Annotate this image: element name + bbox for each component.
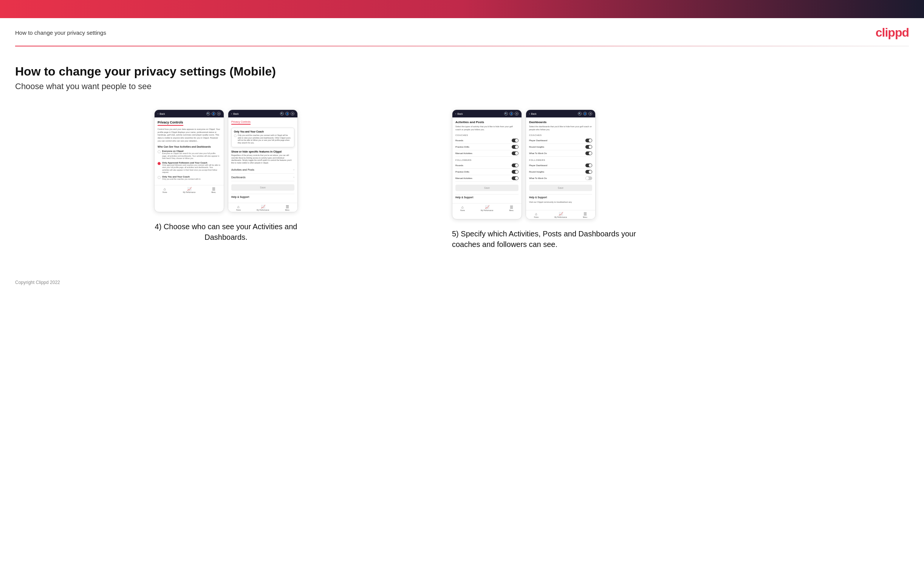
- phone1-bottom-nav: ⌂ Home 📈 My Performance ☰ Menu: [155, 185, 224, 194]
- show-hide-desc: Regardless of the privacy controls that …: [231, 154, 294, 164]
- chart-icon: 📈: [485, 205, 489, 209]
- person-icon[interactable]: 👤: [212, 112, 215, 116]
- followers-what-to-work-row: What To Work On: [529, 175, 592, 182]
- dashboards-link[interactable]: Dashboards ›: [231, 174, 294, 181]
- phone2-tab[interactable]: Privacy Controls: [231, 121, 250, 125]
- person-icon[interactable]: 👤: [583, 112, 587, 116]
- nav-my-performance[interactable]: 📈 My Performance: [554, 212, 567, 218]
- coaches-drills-row: Practice Drills: [456, 144, 519, 150]
- help-support: Help & Support: [529, 194, 592, 200]
- search-icon[interactable]: 🔍: [504, 112, 508, 116]
- phone2-topbar: ‹ Back 🔍 👤 ⚙: [228, 110, 297, 118]
- phones-right-pair: ‹ Back 🔍 👤 ⚙ Activities and Posts Select…: [452, 110, 596, 219]
- phone4-desc: Select the dashboards that you'd like to…: [529, 126, 592, 131]
- phone4-bottom-nav: ⌂ Home 📈 My Performance ☰ Menu: [526, 210, 595, 219]
- radio-only-you[interactable]: [158, 176, 161, 179]
- followers-player-dash-row: Player Dashboard: [529, 162, 592, 169]
- nav-menu[interactable]: ☰ Menu: [212, 187, 216, 193]
- caption-right: 5) Specify which Activities, Posts and D…: [452, 229, 641, 250]
- page-subtitle: Choose what you want people to see: [15, 82, 909, 91]
- chevron-right-icon: ›: [293, 168, 294, 171]
- settings-icon[interactable]: ⚙: [291, 112, 294, 116]
- popup-radio[interactable]: [234, 134, 237, 137]
- coaches-player-dash-row: Player Dashboard: [529, 137, 592, 144]
- header: How to change your privacy settings clip…: [0, 18, 924, 40]
- nav-home[interactable]: ⌂ Home: [460, 205, 465, 211]
- home-icon: ⌂: [462, 205, 464, 209]
- activities-posts-link[interactable]: Activities and Posts ›: [231, 166, 294, 174]
- save-button[interactable]: Save: [456, 185, 519, 191]
- top-bar: [0, 0, 924, 18]
- menu-icon: ☰: [212, 187, 215, 191]
- settings-icon[interactable]: ⚙: [217, 112, 221, 116]
- coaches-manual-row: Manual Activities: [456, 150, 519, 157]
- phone-mockup-1: ‹ Back 🔍 👤 ⚙ Privacy Controls Control ho…: [154, 110, 224, 212]
- nav-home[interactable]: ⌂ Home: [163, 187, 167, 193]
- followers-drills-toggle[interactable]: [512, 170, 519, 174]
- phone2-body: Privacy Controls Only You and Your Coach…: [228, 118, 297, 203]
- logo: clippd: [876, 26, 909, 40]
- search-icon[interactable]: 🔍: [280, 112, 284, 116]
- settings-icon[interactable]: ⚙: [515, 112, 519, 116]
- left-section: ‹ Back 🔍 👤 ⚙ Privacy Controls Control ho…: [15, 110, 437, 242]
- coaches-manual-toggle[interactable]: [512, 152, 519, 155]
- save-button[interactable]: Save: [231, 184, 294, 191]
- page-title: How to change your privacy settings (Mob…: [15, 64, 909, 79]
- who-can-see-title: Who Can See Your Activities and Dashboar…: [158, 145, 221, 148]
- nav-my-performance[interactable]: 📈 My Performance: [481, 205, 493, 211]
- menu-icon: ☰: [583, 212, 587, 216]
- coaches-round-insights-toggle[interactable]: [585, 145, 592, 149]
- settings-icon[interactable]: ⚙: [588, 112, 592, 116]
- nav-home[interactable]: ⌂ Home: [534, 212, 538, 218]
- chart-icon: 📈: [559, 212, 563, 216]
- phone3-icons: 🔍 👤 ⚙: [504, 112, 519, 116]
- option-only-you[interactable]: Only You and Your Coach Only you and the…: [158, 176, 221, 181]
- phones-left-pair: ‹ Back 🔍 👤 ⚙ Privacy Controls Control ho…: [154, 110, 298, 212]
- help-support: Help & Support: [231, 194, 294, 200]
- popup-box: Only You and Your Coach Only you and the…: [231, 127, 294, 147]
- phone3-body: Activities and Posts Select the types of…: [452, 118, 522, 203]
- phone2-icons: 🔍 👤 ⚙: [280, 112, 294, 116]
- phone4-back[interactable]: ‹ Back: [529, 113, 536, 115]
- phone3-title: Activities and Posts: [456, 121, 519, 124]
- nav-menu[interactable]: ☰ Menu: [583, 212, 587, 218]
- coaches-round-insights-row: Round Insights: [529, 144, 592, 150]
- menu-icon: ☰: [286, 205, 289, 209]
- radio-approved[interactable]: [158, 162, 161, 165]
- followers-rounds-toggle[interactable]: [512, 163, 519, 167]
- nav-my-performance[interactable]: 📈 My Performance: [257, 205, 269, 211]
- followers-manual-toggle[interactable]: [512, 176, 519, 180]
- save-button[interactable]: Save: [529, 185, 592, 191]
- followers-what-to-work-toggle[interactable]: [585, 176, 592, 180]
- phone-mockup-3: ‹ Back 🔍 👤 ⚙ Activities and Posts Select…: [452, 110, 522, 219]
- followers-round-insights-toggle[interactable]: [585, 170, 592, 174]
- phone1-back[interactable]: ‹ Back: [158, 113, 165, 115]
- coaches-drills-toggle[interactable]: [512, 145, 519, 149]
- phone3-bottom-nav: ⌂ Home 📈 My Performance ☰ Menu: [452, 203, 522, 212]
- phone-mockup-2: ‹ Back 🔍 👤 ⚙ Privacy Controls: [228, 110, 298, 212]
- phone4-title: Dashboards: [529, 121, 592, 124]
- search-icon[interactable]: 🔍: [578, 112, 582, 116]
- option-everyone[interactable]: Everyone on Clippd Everyone on Clippd ca…: [158, 150, 221, 160]
- search-icon[interactable]: 🔍: [206, 112, 210, 116]
- followers-label: FOLLOWERS: [456, 159, 519, 161]
- phone2-back[interactable]: ‹ Back: [231, 113, 239, 115]
- radio-everyone[interactable]: [158, 150, 161, 153]
- chart-icon: 📈: [261, 205, 265, 209]
- coaches-rounds-toggle[interactable]: [512, 139, 519, 142]
- person-icon[interactable]: 👤: [285, 112, 289, 116]
- option-approved[interactable]: Only Approved Followers and Your Coach O…: [158, 162, 221, 174]
- followers-player-dash-toggle[interactable]: [585, 163, 592, 167]
- phone3-back[interactable]: ‹ Back: [456, 113, 463, 115]
- show-hide-title: Show or hide specific features in Clippd: [231, 150, 294, 153]
- phone4-body: Dashboards Select the dashboards that yo…: [526, 118, 595, 210]
- person-icon[interactable]: 👤: [509, 112, 513, 116]
- coaches-what-to-work-toggle[interactable]: [585, 152, 592, 155]
- nav-my-performance[interactable]: 📈 My Performance: [183, 187, 195, 193]
- coaches-player-dash-toggle[interactable]: [585, 139, 592, 142]
- footer: Copyright Clippd 2022: [0, 265, 924, 293]
- main-content: How to change your privacy settings (Mob…: [0, 47, 924, 265]
- nav-home[interactable]: ⌂ Home: [236, 205, 241, 211]
- nav-menu[interactable]: ☰ Menu: [509, 205, 514, 211]
- nav-menu[interactable]: ☰ Menu: [285, 205, 289, 211]
